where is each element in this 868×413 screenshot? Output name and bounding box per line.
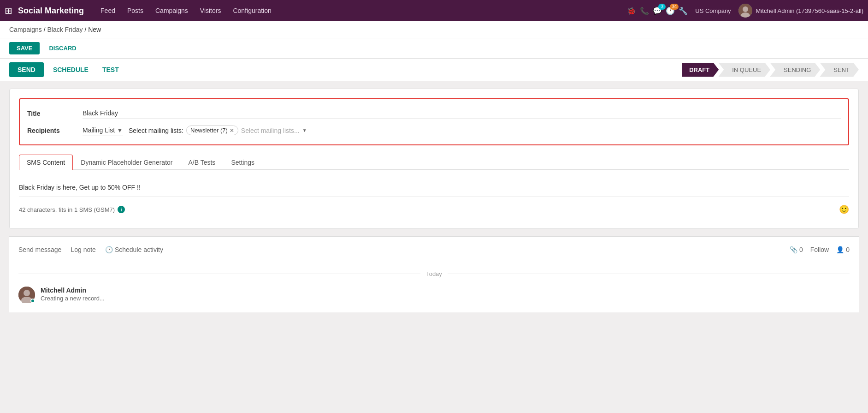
title-label: Title — [27, 110, 83, 117]
schedule-activity-button[interactable]: 🕐 Schedule activity — [105, 246, 163, 253]
sms-char-count: 42 characters, fits in 1 SMS (GSM7) i — [19, 206, 125, 213]
svg-point-1 — [743, 6, 748, 12]
user-name[interactable]: Mitchell Admin (17397560-saas-15-2-all) — [756, 7, 863, 14]
wrench-icon[interactable]: 🔧 — [679, 6, 688, 15]
sms-divider — [19, 197, 849, 197]
pipeline-sending[interactable]: SENDING — [770, 63, 820, 77]
clock-icon: 🕐 — [105, 246, 113, 253]
mailing-list-dropdown-icon: ▼ — [117, 126, 123, 134]
chat-badge: 3 — [658, 4, 666, 10]
followers-count[interactable]: 👤 0 — [836, 246, 850, 253]
recipients-row: Mailing List ▼ Select mailing lists: New… — [83, 125, 841, 136]
app-name: Social Marketing — [18, 6, 84, 16]
nav-visitors[interactable]: Visitors — [195, 5, 226, 16]
chatter-actions: Send message Log note 🕐 Schedule activit… — [18, 246, 850, 261]
timeline-entry: Mitchell Admin Creating a new record... — [18, 287, 850, 303]
company-name: US Company — [695, 7, 731, 14]
activity-badge: 34 — [670, 4, 679, 10]
app-grid-icon[interactable]: ⊞ — [5, 5, 12, 16]
test-button[interactable]: TEST — [98, 62, 124, 77]
emoji-button[interactable]: 🙂 — [839, 204, 849, 215]
breadcrumb-new: New — [88, 26, 101, 33]
tabs: SMS Content Dynamic Placeholder Generato… — [19, 155, 849, 170]
breadcrumb-campaigns[interactable]: Campaigns — [9, 26, 42, 33]
nav-posts[interactable]: Posts — [123, 5, 148, 16]
send-bar: SEND SCHEDULE TEST DRAFT IN QUEUE SENDIN… — [0, 59, 868, 81]
breadcrumb: Campaigns / Black Friday / New — [0, 21, 868, 38]
action-bar: SAVE DISCARD — [0, 38, 868, 59]
sms-footer: 42 characters, fits in 1 SMS (GSM7) i 🙂 — [19, 201, 849, 215]
recipients-field-row: Recipients Mailing List ▼ Select mailing… — [27, 122, 841, 139]
status-pipeline: DRAFT IN QUEUE SENDING SENT — [682, 63, 859, 77]
sms-text[interactable]: Black Friday is here, Get up to 50% OFF … — [19, 182, 849, 193]
user-avatar[interactable] — [738, 4, 752, 18]
nav-configuration[interactable]: Configuration — [228, 5, 276, 16]
chatter-message: Mitchell Admin Creating a new record... — [41, 287, 105, 302]
chatter-user: Mitchell Admin — [41, 287, 105, 294]
tab-dynamic-placeholder[interactable]: Dynamic Placeholder Generator — [73, 155, 180, 170]
timeline-divider: Today — [18, 270, 850, 277]
tab-sms-content[interactable]: SMS Content — [19, 155, 73, 170]
title-field-row: Title Black Friday — [27, 105, 841, 122]
discard-button[interactable]: DISCARD — [44, 42, 81, 54]
mailing-list-select[interactable]: Mailing List ▼ — [83, 125, 123, 136]
person-icon: 👤 — [836, 246, 844, 253]
nav-icons: 🐞 📞 💬 3 🕐 34 🔧 US Company Mitchell Admin… — [627, 4, 863, 18]
online-indicator — [30, 299, 35, 303]
chat-icon[interactable]: 💬 3 — [653, 6, 662, 15]
mailing-lists-field: Select mailing lists: Newsletter (7) ✕ S… — [129, 126, 841, 135]
remove-tag-icon[interactable]: ✕ — [230, 127, 234, 134]
sms-content-area: Black Friday is here, Get up to 50% OFF … — [19, 177, 849, 219]
log-note-button[interactable]: Log note — [71, 246, 96, 253]
sms-info-icon[interactable]: i — [118, 206, 125, 213]
chatter-right: 📎 0 Follow 👤 0 — [790, 246, 850, 253]
pipeline-sent[interactable]: SENT — [820, 63, 859, 77]
form-card: Title Black Friday Recipients Mailing Li… — [9, 89, 859, 229]
send-message-button[interactable]: Send message — [18, 246, 61, 253]
title-value[interactable]: Black Friday — [83, 108, 841, 119]
save-button[interactable]: SAVE — [9, 42, 40, 54]
nav-feed[interactable]: Feed — [96, 5, 120, 16]
phone-icon[interactable]: 📞 — [640, 6, 649, 15]
follow-button[interactable]: Follow — [810, 246, 829, 253]
paperclip-icon: 📎 — [790, 246, 797, 253]
pipeline-draft[interactable]: DRAFT — [682, 63, 719, 77]
nav-campaigns[interactable]: Campaigns — [151, 5, 193, 16]
recipients-label: Recipients — [27, 127, 83, 134]
chatter-section: Send message Log note 🕐 Schedule activit… — [9, 236, 859, 312]
select-mailing-label: Select mailing lists: — [129, 127, 183, 134]
breadcrumb-black-friday[interactable]: Black Friday — [47, 26, 83, 33]
newsletter-tag: Newsletter (7) ✕ — [186, 126, 238, 135]
chatter-text: Creating a new record... — [41, 295, 105, 302]
svg-point-4 — [24, 290, 30, 296]
tab-settings[interactable]: Settings — [223, 155, 262, 170]
attachments-count[interactable]: 📎 0 — [790, 246, 803, 253]
mailing-list-placeholder[interactable]: Select mailing lists... — [241, 127, 300, 134]
fields-section: Title Black Friday Recipients Mailing Li… — [19, 98, 849, 145]
mailing-lists-dropdown-icon[interactable]: ▼ — [302, 128, 307, 133]
activity-icon[interactable]: 🕐 34 — [666, 6, 675, 15]
bug-icon[interactable]: 🐞 — [627, 6, 636, 15]
top-nav: ⊞ Social Marketing Feed Posts Campaigns … — [0, 0, 868, 21]
send-button[interactable]: SEND — [9, 62, 44, 77]
schedule-button[interactable]: SCHEDULE — [48, 62, 93, 77]
main-content: Title Black Friday Recipients Mailing Li… — [0, 81, 868, 320]
tab-ab-tests[interactable]: A/B Tests — [180, 155, 223, 170]
chatter-avatar — [18, 287, 35, 303]
pipeline-inqueue[interactable]: IN QUEUE — [718, 63, 770, 77]
